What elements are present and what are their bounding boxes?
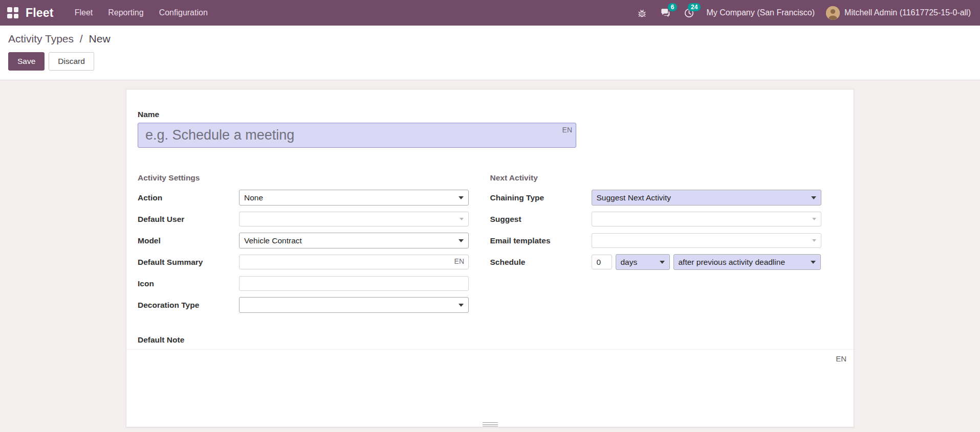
apps-grid-icon[interactable] <box>7 7 18 18</box>
icon-input[interactable] <box>239 276 469 291</box>
avatar <box>826 6 840 20</box>
resize-grip-handle[interactable] <box>483 422 498 426</box>
suggest-combobox[interactable] <box>592 212 821 226</box>
main-menu: Fleet Reporting Configuration <box>67 0 215 26</box>
name-input[interactable] <box>138 123 576 148</box>
suggest-label: Suggest <box>490 215 592 224</box>
chaining-type-value: Suggest Next Activity <box>597 193 671 202</box>
save-button[interactable]: Save <box>8 52 45 71</box>
user-menu[interactable]: Mitchell Admin (11617725-15-0-all) <box>826 6 971 20</box>
schedule-number-input[interactable] <box>592 255 612 269</box>
group-activity-settings: Activity Settings Action None Default Us… <box>138 173 490 319</box>
default-summary-label: Default Summary <box>138 258 239 267</box>
app-brand[interactable]: Fleet <box>26 6 54 20</box>
name-field-block: Name EN <box>138 110 842 148</box>
field-row-decoration-type: Decoration Type <box>138 297 490 313</box>
chevron-down-icon <box>811 196 816 199</box>
field-row-default-summary: Default Summary EN <box>138 254 490 270</box>
schedule-label: Schedule <box>490 258 592 267</box>
action-label: Action <box>138 193 239 202</box>
schedule-unit-select[interactable]: days <box>616 254 670 270</box>
menu-fleet[interactable]: Fleet <box>67 0 101 26</box>
group-next-activity: Next Activity Chaining Type Suggest Next… <box>490 173 843 319</box>
field-row-chaining-type: Chaining Type Suggest Next Activity <box>490 190 843 206</box>
menu-configuration[interactable]: Configuration <box>151 0 215 26</box>
control-panel: Activity Types / New Save Discard <box>0 26 980 80</box>
form-sheet: Name EN Activity Settings Action None <box>126 89 854 427</box>
chevron-down-icon <box>812 239 816 242</box>
schedule-unit-value: days <box>621 258 638 267</box>
field-row-default-user: Default User <box>138 211 490 227</box>
action-select[interactable]: None <box>239 190 469 206</box>
decoration-type-label: Decoration Type <box>138 301 239 310</box>
default-note-field[interactable]: EN <box>126 349 854 427</box>
breadcrumb: Activity Types / New <box>8 33 972 45</box>
action-value: None <box>244 193 263 202</box>
name-label: Name <box>138 110 842 119</box>
discard-button[interactable]: Discard <box>49 52 94 71</box>
model-label: Model <box>138 236 239 245</box>
breadcrumb-new: New <box>89 33 111 44</box>
systray: 6 24 My Company (San Francisco) Mitchell… <box>636 6 971 20</box>
field-row-model: Model Vehicle Contract <box>138 233 490 248</box>
form-groups: Activity Settings Action None Default Us… <box>138 173 842 319</box>
schedule-relative-value: after previous activity deadline <box>679 258 786 267</box>
messages-icon[interactable]: 6 <box>659 7 671 19</box>
messages-count-badge: 6 <box>668 3 678 11</box>
chaining-type-select[interactable]: Suggest Next Activity <box>592 190 821 206</box>
activities-count-badge: 24 <box>688 3 701 11</box>
icon-label: Icon <box>138 279 239 288</box>
model-select[interactable]: Vehicle Contract <box>239 233 469 248</box>
group-title-next-activity: Next Activity <box>490 173 843 183</box>
field-row-schedule: Schedule days after previous activity de… <box>490 254 843 270</box>
menu-reporting[interactable]: Reporting <box>100 0 151 26</box>
user-name: Mitchell Admin (11617725-15-0-all) <box>844 8 971 17</box>
bug-icon[interactable] <box>636 7 648 19</box>
default-user-combobox[interactable] <box>239 212 469 226</box>
default-note-label: Default Note <box>138 335 842 345</box>
breadcrumb-activity-types[interactable]: Activity Types <box>8 33 74 44</box>
decoration-type-select[interactable] <box>239 297 469 313</box>
field-row-suggest: Suggest <box>490 211 843 227</box>
schedule-relative-select[interactable]: after previous activity deadline <box>673 254 821 270</box>
model-value: Vehicle Contract <box>244 236 302 245</box>
email-templates-label: Email templates <box>490 236 592 245</box>
company-switcher[interactable]: My Company (San Francisco) <box>706 8 815 17</box>
group-title-activity-settings: Activity Settings <box>138 173 490 183</box>
chevron-down-icon <box>459 239 464 242</box>
breadcrumb-separator: / <box>77 33 86 44</box>
email-templates-combobox[interactable] <box>592 233 821 248</box>
field-row-email-templates: Email templates <box>490 233 843 248</box>
name-lang-badge[interactable]: EN <box>562 126 572 134</box>
chevron-down-icon <box>459 304 464 307</box>
chevron-down-icon <box>660 261 665 264</box>
default-note-lang-badge[interactable]: EN <box>836 354 846 363</box>
field-row-action: Action None <box>138 190 490 206</box>
chevron-down-icon <box>811 261 816 264</box>
field-row-icon: Icon <box>138 276 490 291</box>
chaining-type-label: Chaining Type <box>490 193 592 202</box>
content-area: Name EN Activity Settings Action None <box>0 80 980 427</box>
chevron-down-icon <box>812 218 816 220</box>
form-action-buttons: Save Discard <box>8 52 972 71</box>
default-summary-input[interactable] <box>239 255 469 269</box>
default-user-label: Default User <box>138 215 239 224</box>
chevron-down-icon <box>460 218 464 220</box>
top-navbar: Fleet Fleet Reporting Configuration 6 <box>0 0 980 26</box>
chevron-down-icon <box>459 196 464 199</box>
default-note-block: Default Note EN <box>138 335 842 427</box>
activities-clock-icon[interactable]: 24 <box>683 7 695 19</box>
